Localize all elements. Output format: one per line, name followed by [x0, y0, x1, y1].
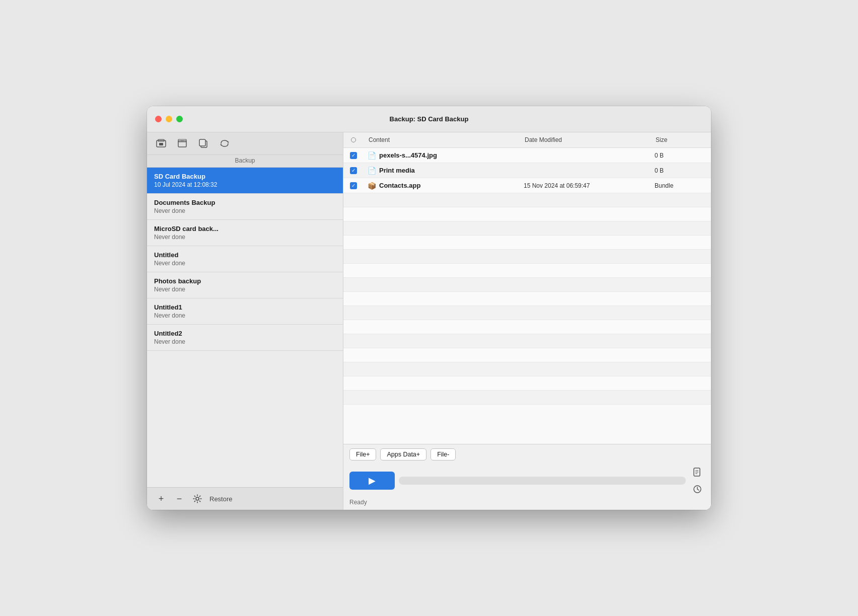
column-header-date: Date Modified: [520, 132, 651, 147]
add-backup-button[interactable]: +: [154, 492, 168, 506]
file-name: pexels-s...4574.jpg: [379, 151, 437, 159]
bottom-buttons: File+ Apps Data+ File-: [349, 448, 705, 460]
sidebar: Backup SD Card Backup 10 Jul 2024 at 12:…: [147, 132, 343, 510]
sidebar-footer: + − Restore: [147, 487, 343, 510]
sidebar-item-title: Untitled1: [154, 303, 336, 311]
row-content-name: 📄 Print media: [364, 165, 520, 177]
checkbox-checked: ✓: [350, 167, 357, 174]
row-size: 0 B: [651, 165, 711, 176]
row-date: 15 Nov 2024 at 06:59:47: [520, 180, 651, 191]
column-header-size: Size: [651, 132, 711, 147]
file-name: Contacts.app: [379, 182, 420, 189]
row-date: [520, 153, 651, 158]
empty-row: [343, 207, 711, 221]
sidebar-toolbar: [147, 132, 343, 155]
svg-rect-7: [199, 139, 205, 146]
empty-row: [343, 193, 711, 207]
sidebar-item-title: Photos backup: [154, 277, 336, 285]
apps-data-add-button[interactable]: Apps Data+: [380, 448, 426, 460]
sidebar-item-title: MicroSD card back...: [154, 225, 336, 233]
toolbar-backup-icon[interactable]: [152, 136, 170, 150]
side-icons: [690, 465, 705, 497]
svg-rect-2: [159, 143, 163, 145]
file-icon: 📄: [368, 151, 376, 160]
svg-rect-5: [181, 140, 184, 141]
file-name: Print media: [379, 167, 415, 174]
toolbar-archive-icon[interactable]: [173, 136, 191, 150]
table-row: ✓ 📦 Contacts.app 15 Nov 2024 at 06:59:47…: [343, 178, 711, 193]
content-header: Content Date Modified Size: [343, 132, 711, 148]
empty-row: [343, 362, 711, 376]
sidebar-item-photos-backup[interactable]: Photos backup Never done: [147, 272, 343, 298]
empty-row: [343, 334, 711, 348]
row-checkbox[interactable]: ✓: [343, 167, 364, 174]
row-size: 0 B: [651, 150, 711, 161]
run-button[interactable]: ▶: [349, 472, 395, 490]
empty-row: [343, 376, 711, 391]
minimize-button[interactable]: [166, 116, 172, 122]
checkbox-checked: ✓: [350, 152, 357, 159]
file-icon: 📄: [368, 167, 376, 175]
empty-row: [343, 306, 711, 320]
sidebar-item-sub: Never done: [154, 234, 336, 241]
sidebar-item-untitled2[interactable]: Untitled2 Never done: [147, 325, 343, 351]
sidebar-item-untitled1[interactable]: Untitled1 Never done: [147, 298, 343, 325]
empty-row: [343, 250, 711, 264]
file-remove-button[interactable]: File-: [431, 448, 456, 460]
sidebar-item-sub: 10 Jul 2024 at 12:08:32: [154, 181, 336, 188]
sidebar-item-documents-backup[interactable]: Documents Backup Never done: [147, 194, 343, 220]
content-rows: ✓ 📄 pexels-s...4574.jpg 0 B ✓ 📄: [343, 148, 711, 444]
main-panel: Content Date Modified Size ✓ 📄 pexels-s.…: [343, 132, 711, 510]
toolbar-copy-icon[interactable]: [194, 136, 212, 150]
file-add-button[interactable]: File+: [349, 448, 376, 460]
restore-button[interactable]: Restore: [209, 495, 233, 503]
maximize-button[interactable]: [176, 116, 183, 122]
row-size: Bundle: [651, 180, 711, 191]
table-row: ✓ 📄 pexels-s...4574.jpg 0 B: [343, 148, 711, 163]
run-progress-row: ▶: [349, 465, 705, 497]
plus-icon: +: [159, 494, 164, 504]
close-button[interactable]: [155, 116, 162, 122]
bullet-circle: [351, 137, 356, 142]
sidebar-item-title: Documents Backup: [154, 199, 336, 206]
window-controls: [155, 116, 183, 122]
sidebar-item-sd-card-backup[interactable]: SD Card Backup 10 Jul 2024 at 12:08:32: [147, 168, 343, 194]
empty-row: [343, 320, 711, 334]
history-icon[interactable]: [690, 482, 705, 497]
sidebar-item-title: SD Card Backup: [154, 173, 336, 180]
row-checkbox[interactable]: ✓: [343, 152, 364, 159]
sidebar-section-label: Backup: [147, 155, 343, 168]
log-icon[interactable]: [690, 465, 705, 480]
checkbox-checked: ✓: [350, 182, 357, 189]
empty-row: [343, 236, 711, 250]
empty-row: [343, 278, 711, 292]
sidebar-item-sub: Never done: [154, 312, 336, 319]
sidebar-item-microsd[interactable]: MicroSD card back... Never done: [147, 220, 343, 246]
minus-icon: −: [177, 494, 182, 504]
main-window: Backup: SD Card Backup: [147, 106, 711, 510]
empty-row: [343, 391, 711, 405]
sidebar-item-untitled[interactable]: Untitled Never done: [147, 246, 343, 272]
empty-row: [343, 264, 711, 278]
clock-icon: [693, 485, 702, 494]
sidebar-item-title: Untitled: [154, 251, 336, 259]
main-content: Backup SD Card Backup 10 Jul 2024 at 12:…: [147, 132, 711, 510]
empty-row: [343, 348, 711, 362]
empty-row: [343, 221, 711, 236]
svg-marker-8: [228, 141, 229, 142]
document-icon: [693, 468, 702, 477]
titlebar: Backup: SD Card Backup: [147, 106, 711, 132]
row-content-name: 📦 Contacts.app: [364, 180, 520, 192]
row-date: [520, 169, 651, 173]
sidebar-item-sub: Never done: [154, 207, 336, 214]
toolbar-sync-icon[interactable]: [216, 136, 234, 150]
column-header-check: [343, 133, 364, 146]
progress-bar: [399, 477, 686, 485]
settings-button[interactable]: [190, 492, 204, 506]
table-row: ✓ 📄 Print media 0 B: [343, 163, 711, 178]
status-text: Ready: [349, 499, 705, 506]
window-title: Backup: SD Card Backup: [390, 115, 469, 123]
remove-backup-button[interactable]: −: [172, 492, 186, 506]
sidebar-item-sub: Never done: [154, 286, 336, 293]
row-checkbox[interactable]: ✓: [343, 182, 364, 189]
